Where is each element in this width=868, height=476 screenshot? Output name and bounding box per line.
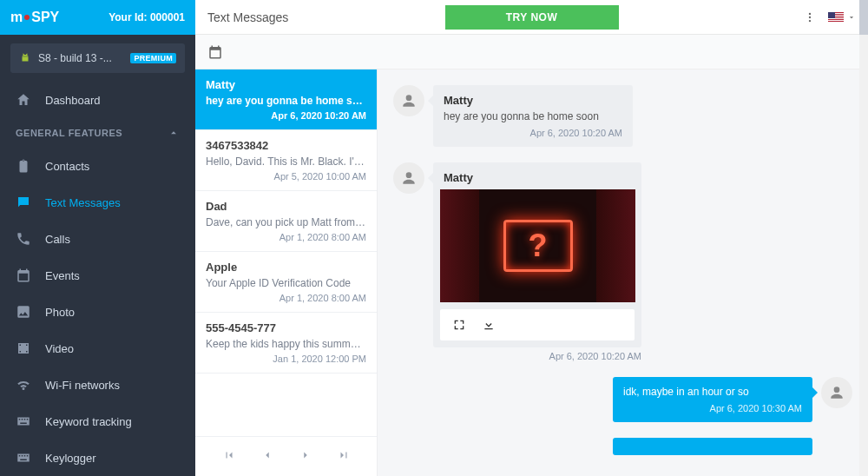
sidebar-item-video[interactable]: Video [0,330,195,367]
sidebar-item-label: Calls [45,233,70,246]
conversation-date: Apr 1, 2020 8:00 AM [206,293,366,303]
device-selector[interactable]: S8 - build 13 -... PREMIUM [10,43,185,73]
sidebar-item-label: Wi-Fi networks [45,379,120,392]
section-general-features[interactable]: GENERAL FEATURES [0,118,195,148]
sidebar-item-label: Text Messages [45,196,121,209]
chevron-down-icon [847,13,856,22]
message-timestamp: Apr 6, 2020 10:20 AM [444,128,622,138]
premium-badge: PREMIUM [130,53,176,63]
conversation-preview: Your Apple ID Verification Code [206,277,366,289]
language-selector[interactable] [828,12,856,23]
message-row: idk, maybe in an hour or so Apr 6, 2020 … [393,377,852,422]
download-icon[interactable] [482,318,496,332]
message-sender: Matty [433,162,641,189]
message-bubble-outgoing [613,438,812,455]
sidebar-item-label: Dashboard [45,94,101,107]
sidebar-item-label: Video [45,342,74,355]
toolbar [195,35,868,69]
message-bubble-incoming-media: Matty ? Apr 6, 2020 10:20 AM [433,162,641,361]
conversation-date: Apr 6, 2020 10:20 AM [206,110,366,121]
sidebar-item-wifi[interactable]: Wi-Fi networks [0,367,195,403]
sidebar: mSPY Your Id: 000001 S8 - build 13 -... … [0,0,195,476]
sidebar-item-events[interactable]: Events [0,257,195,294]
conversation-preview: Dave, can you pick up Matt from schoo... [206,216,366,228]
svg-point-1 [809,16,811,17]
chevron-up-icon [168,127,180,139]
android-icon [19,52,31,64]
page-scrollbar[interactable] [859,0,868,476]
conversation-preview: Keep the kids happy this summer with ... [206,338,366,350]
sidebar-item-keylogger[interactable]: Keylogger [0,440,195,476]
sidebar-item-label: Contacts [45,160,89,173]
conversation-item[interactable]: Dad Dave, can you pick up Matt from scho… [195,191,377,252]
calendar-icon[interactable] [207,44,223,60]
conversation-name: 3467533842 [206,139,366,152]
conversation-name: Apple [206,261,366,274]
person-icon [400,169,418,187]
nav-menu: Dashboard GENERAL FEATURES Contacts Text… [0,82,195,476]
user-id-label: Your Id: 000001 [108,11,185,23]
message-body: idk, maybe in an hour or so [623,386,802,398]
sidebar-item-photo[interactable]: Photo [0,294,195,330]
sidebar-item-label: Photo [45,306,75,319]
sidebar-item-keyword[interactable]: Keyword tracking [0,403,195,440]
video-icon [16,340,31,356]
conversation-item[interactable]: Matty hey are you gonna be home soon Apr… [195,69,377,130]
home-icon [16,92,31,108]
try-now-button[interactable]: TRY NOW [445,5,619,30]
message-bubble-outgoing: idk, maybe in an hour or so Apr 6, 2020 … [613,377,812,422]
sidebar-item-label: Keylogger [45,452,96,465]
avatar [393,85,424,116]
phone-icon [16,231,31,247]
message-image-thumbnail[interactable]: ? [440,189,635,302]
expand-icon[interactable] [452,318,466,332]
conversation-name: 555-4545-777 [206,321,366,334]
brand-logo: mSPY [10,10,59,25]
person-icon [828,384,845,401]
conversation-name: Matty [206,78,366,91]
pager-first-button[interactable] [223,449,235,464]
conversation-date: Apr 5, 2020 10:00 AM [206,171,366,182]
conversation-preview: hey are you gonna be home soon [206,95,366,107]
sidebar-item-label: Keyword tracking [45,415,132,428]
sidebar-item-calls[interactable]: Calls [0,221,195,257]
avatar [393,162,424,194]
message-bubble-incoming: Matty hey are you gonna be home soon Apr… [433,85,633,147]
sidebar-item-dashboard[interactable]: Dashboard [0,82,195,118]
conversation-pager [195,436,377,476]
pager-next-button[interactable] [299,449,312,464]
keyboard-icon [16,450,31,466]
avatar [821,377,852,408]
message-row [393,438,852,455]
message-pane: Matty hey are you gonna be home soon Apr… [378,69,868,476]
image-icon [16,304,31,320]
conversation-name: Dad [206,200,366,213]
more-vertical-icon[interactable] [804,11,816,23]
sidebar-item-text-messages[interactable]: Text Messages [0,184,195,221]
clipboard-icon [16,158,31,174]
conversation-item[interactable]: 3467533842 Hello, David. This is Mr. Bla… [195,130,377,191]
message-timestamp: Apr 6, 2020 10:30 AM [623,403,802,413]
conversation-item[interactable]: Apple Your Apple ID Verification Code Ap… [195,252,377,313]
conversation-date: Apr 1, 2020 8:00 AM [206,232,366,242]
pager-last-button[interactable] [338,449,350,464]
message-row: Matty ? Apr 6, 2020 10:20 AM [393,162,852,361]
sidebar-item-contacts[interactable]: Contacts [0,148,195,184]
topbar: Text Messages TRY NOW [195,0,868,35]
calendar-icon [16,268,31,283]
svg-point-2 [809,19,811,21]
message-body: hey are you gonna be home soon [444,110,622,122]
pager-prev-button[interactable] [261,449,273,464]
device-name: S8 - build 13 -... [38,52,123,64]
image-tool-row [440,309,635,340]
message-row: Matty hey are you gonna be home soon Apr… [393,85,852,147]
wifi-icon [16,377,31,393]
person-icon [400,92,418,109]
sidebar-header: mSPY Your Id: 000001 [0,0,195,35]
section-label: GENERAL FEATURES [16,128,122,138]
sidebar-item-label: Events [45,269,80,282]
conversation-item[interactable]: 555-4545-777 Keep the kids happy this su… [195,313,377,374]
content: Matty hey are you gonna be home soon Apr… [195,69,868,476]
flag-us-icon [828,12,844,23]
topbar-actions [804,11,856,23]
